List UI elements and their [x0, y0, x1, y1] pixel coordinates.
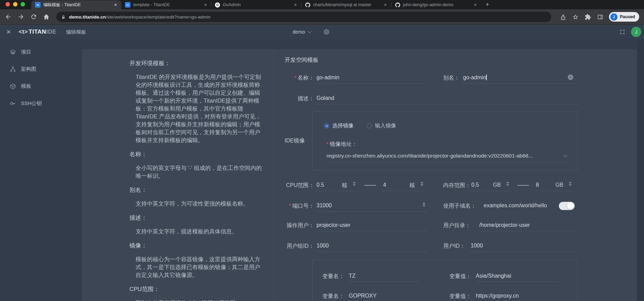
sidebar: 项目 架构图 模板 SSH公钥: [0, 39, 73, 301]
port-input[interactable]: 31000: [316, 199, 427, 212]
address-bar[interactable]: demo.titanide.cn /ide/web/workspace/temp…: [56, 12, 551, 22]
close-window-button[interactable]: [5, 2, 10, 7]
fullscreen-icon[interactable]: [619, 29, 625, 35]
env-value-input[interactable]: Asia/Shanghai: [475, 270, 557, 282]
lock-icon[interactable]: [61, 15, 66, 19]
url-domain: demo.titanide.cn: [69, 14, 106, 20]
browser-tab[interactable]: charts/bitnami/mysql at master ×: [301, 0, 391, 9]
forward-icon[interactable]: [18, 13, 24, 20]
back-icon[interactable]: [5, 13, 12, 20]
form-title: 开发空间模板: [285, 56, 319, 64]
sidebar-item-templates[interactable]: 模板: [0, 78, 73, 95]
stepper-icons[interactable]: [421, 182, 423, 186]
image-address-select[interactable]: registry.cn-shenzhen.aliyuncs.com/titani…: [326, 149, 567, 163]
range-dash: [364, 185, 376, 186]
env-value-input[interactable]: https://goproxy.cn: [475, 290, 557, 301]
browser-tab[interactable]: G GoAdmin ×: [211, 0, 301, 9]
gear-icon[interactable]: [323, 29, 330, 35]
radio-icon: [367, 123, 372, 128]
env-value-label: 变量值：: [449, 273, 471, 280]
minimize-window-button[interactable]: [13, 2, 18, 7]
radio-select-image[interactable]: 选择镜像: [324, 122, 354, 129]
homedir-input[interactable]: /home/projector-user: [479, 219, 575, 231]
tab-title: john-deng/go-admin-demo: [403, 2, 470, 7]
extensions-icon[interactable]: [585, 14, 591, 20]
bookmark-star-icon[interactable]: [572, 14, 579, 20]
sidebar-item-projects[interactable]: 项目: [0, 43, 73, 60]
browser-tab[interactable]: john-deng/go-admin-demo ×: [391, 0, 481, 9]
step-down-icon: [569, 184, 572, 186]
memory-min-stepper[interactable]: 0.5 GB: [471, 178, 511, 191]
step-up-icon: [353, 182, 356, 183]
browser-toolbar: demo.titanide.cn /ide/web/workspace/temp…: [0, 9, 644, 25]
templates-icon: [10, 83, 16, 90]
description-label: 描述：: [274, 95, 314, 102]
radio-input-image[interactable]: 输入镜像: [367, 122, 396, 129]
reload-icon[interactable]: [30, 13, 37, 20]
browser-tab-active[interactable]: ‹t› 编辑模板 - TitanIDE ×: [31, 0, 121, 9]
tab-title: charts/bitnami/mysql at master: [313, 2, 380, 7]
step-up-icon: [421, 182, 423, 183]
user-avatar[interactable]: J: [631, 27, 641, 37]
env-name-input[interactable]: GOPROXY: [348, 290, 419, 301]
step-down-icon: [421, 184, 423, 186]
env-var-row: 变量名： TZ 变量值： Asia/Shanghai: [313, 270, 577, 284]
env-value-label: 变量值：: [449, 293, 471, 300]
tab-close-icon[interactable]: ×: [113, 2, 118, 8]
image-address-label: *镜像地址：: [326, 141, 357, 148]
tab-close-icon[interactable]: ×: [382, 2, 388, 8]
profile-avatar: J: [610, 13, 618, 21]
close-icon[interactable]: ✕: [6, 28, 11, 36]
profile-status: Paused: [620, 14, 635, 19]
stepper-icons[interactable]: [569, 182, 572, 186]
sidebar-item-architecture[interactable]: 架构图: [0, 60, 73, 78]
alias-label: 别名：: [443, 74, 460, 82]
projects-icon: [10, 49, 16, 55]
browser-tab[interactable]: ‹t› template - TitanIDE ×: [121, 0, 211, 9]
share-icon[interactable]: [560, 14, 566, 20]
app-header: ✕ <t> TITAN IDE 编辑模板 demo J: [0, 25, 644, 39]
memory-max-stepper[interactable]: 8 GB: [535, 178, 574, 191]
home-icon[interactable]: [43, 13, 50, 20]
clear-icon[interactable]: ×: [568, 74, 573, 80]
operator-homedir-row: 操作用户： projector-user 用户目录： /home/project…: [274, 219, 637, 232]
side-panel-icon[interactable]: [597, 14, 603, 20]
cpu-min-stepper[interactable]: 0.5 核: [316, 178, 358, 191]
stepper-icons[interactable]: [423, 202, 425, 207]
radio-icon: [324, 123, 329, 128]
name-alias-row: *名称： go-admin 别名： go-admin ×: [274, 71, 637, 85]
zoom-window-button[interactable]: [21, 2, 25, 7]
stepper-icons[interactable]: [506, 182, 509, 186]
tab-title: 编辑模板 - TitanIDE: [43, 2, 110, 8]
sidebar-item-label: 项目: [21, 49, 31, 55]
step-down-icon: [353, 184, 356, 186]
tab-close-icon[interactable]: ×: [472, 2, 478, 8]
sidebar-item-label: SSH公钥: [21, 100, 42, 107]
header-right: J: [619, 25, 641, 39]
doc-heading: 开发环境模板：: [129, 59, 265, 67]
groupid-input[interactable]: 1000: [316, 239, 427, 252]
sidebar-item-ssh-keys[interactable]: SSH公钥: [0, 95, 73, 112]
tab-close-icon[interactable]: ×: [203, 2, 208, 8]
doc-body: 限制当前开发环境的 CPU 资源使用范围。: [129, 299, 265, 301]
github-icon: [305, 2, 310, 8]
tab-close-icon[interactable]: ×: [292, 2, 298, 8]
main-content: 开发环境模板： TitanIDE 的开发环境模板是为用户提供一个可定制化的环境模…: [73, 39, 644, 301]
new-tab-button[interactable]: +: [483, 0, 492, 9]
workspace-switcher[interactable]: demo: [292, 25, 330, 39]
scrollbar-track[interactable]: [638, 39, 644, 301]
userid-input[interactable]: 1000: [470, 239, 575, 252]
env-name-input[interactable]: TZ: [348, 270, 419, 282]
profile-chip[interactable]: J Paused: [609, 12, 639, 22]
stepper-icons[interactable]: [353, 182, 356, 186]
chevron-down-icon: [563, 153, 567, 157]
env-name-label: 变量名：: [322, 293, 344, 300]
template-edit-panel: 开发环境模板： TitanIDE 的开发环境模板是为用户提供一个可定制化的环境模…: [82, 49, 637, 301]
operator-input[interactable]: projector-user: [316, 219, 427, 231]
name-input[interactable]: go-admin: [316, 71, 425, 84]
ide-image-label: IDE镜像: [285, 137, 305, 144]
cpu-max-stepper[interactable]: 4 核: [382, 178, 425, 191]
subdomain-toggle[interactable]: [559, 202, 575, 210]
description-input[interactable]: Goland: [316, 92, 577, 104]
alias-input[interactable]: go-admin ×: [462, 71, 575, 84]
